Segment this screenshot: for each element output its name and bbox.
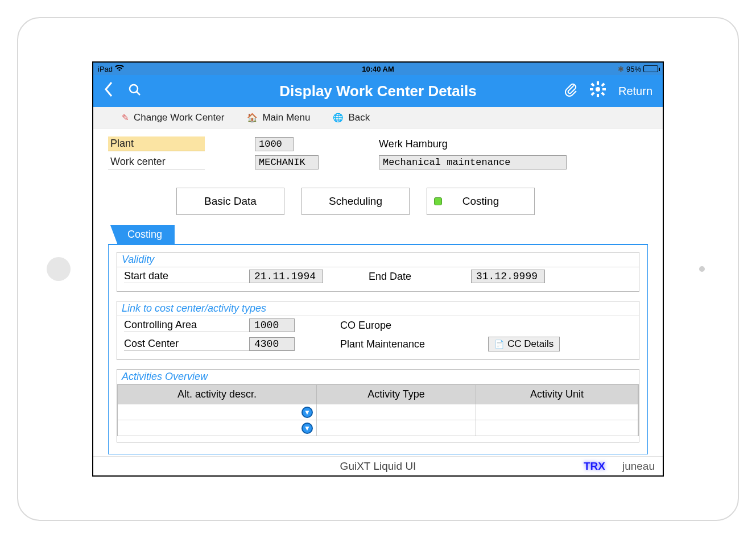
content-area: Plant 1000 Werk Hamburg Work center MECH… bbox=[93, 129, 663, 454]
battery-pct: 95% bbox=[626, 65, 641, 73]
basic-data-label: Basic Data bbox=[204, 195, 257, 208]
col-activity-type: Activity Type bbox=[317, 385, 476, 404]
trx-button[interactable]: TRX bbox=[584, 460, 605, 473]
status-bar: iPad 10:40 AM ✱ 95% bbox=[93, 63, 663, 75]
camera-dot bbox=[699, 266, 705, 272]
activities-header: Alt. activity descr. Activity Type Activ… bbox=[118, 385, 638, 404]
col-activity-unit: Activity Unit bbox=[476, 385, 638, 404]
home-button[interactable] bbox=[47, 257, 71, 281]
costing-button[interactable]: Costing bbox=[427, 188, 535, 215]
product-label: GuiXT Liquid UI bbox=[340, 460, 416, 473]
search-icon[interactable] bbox=[129, 84, 141, 99]
costing-label: Costing bbox=[462, 195, 499, 208]
cost-center-label: Cost Center bbox=[124, 338, 249, 351]
plant-desc: Werk Hamburg bbox=[379, 138, 448, 150]
return-button[interactable]: Return bbox=[618, 85, 652, 98]
tab-strip: Costing bbox=[117, 225, 648, 244]
device-label: iPad bbox=[98, 65, 113, 73]
active-dot-icon bbox=[434, 197, 442, 205]
cc-details-icon: 📄 bbox=[494, 340, 504, 349]
battery-icon bbox=[643, 65, 658, 72]
cost-center-desc: Plant Maintenance bbox=[340, 338, 443, 350]
page-title: Display Work Center Details bbox=[279, 82, 476, 100]
bluetooth-icon: ✱ bbox=[618, 65, 624, 73]
change-wc-label: Change Work Center bbox=[134, 112, 224, 123]
svg-point-2 bbox=[596, 87, 600, 92]
nav-header: Display Work Center Details Return bbox=[93, 75, 663, 107]
change-work-center-button[interactable]: ✎ Change Work Center bbox=[122, 112, 224, 123]
footer: GuiXT Liquid UI TRX juneau bbox=[93, 456, 663, 475]
controlling-area-input[interactable]: 1000 bbox=[249, 318, 295, 332]
globe-back-icon: 🌐 bbox=[333, 113, 344, 123]
server-label: juneau bbox=[622, 460, 655, 473]
activity-row[interactable]: ▼ bbox=[118, 404, 638, 420]
svg-line-1 bbox=[137, 92, 140, 95]
activities-title: Activities Overview bbox=[117, 370, 639, 384]
svg-rect-5 bbox=[590, 88, 593, 90]
screen: iPad 10:40 AM ✱ 95% Display Work Center … bbox=[92, 61, 664, 477]
activities-group: Activities Overview Alt. activity descr.… bbox=[117, 369, 639, 442]
pencil-icon: ✎ bbox=[122, 113, 129, 123]
cost-center-input[interactable]: 4300 bbox=[249, 337, 295, 351]
dropdown-icon[interactable]: ▼ bbox=[301, 407, 313, 418]
back-button[interactable]: 🌐 Back bbox=[333, 112, 370, 123]
activities-table: Alt. activity descr. Activity Type Activ… bbox=[117, 384, 639, 436]
start-date-label: Start date bbox=[124, 270, 249, 283]
svg-rect-7 bbox=[590, 82, 594, 86]
tablet-frame: iPad 10:40 AM ✱ 95% Display Work Center … bbox=[17, 17, 739, 521]
svg-rect-10 bbox=[601, 92, 605, 96]
costing-panel: Validity Start date 21.11.1994 End Date … bbox=[108, 244, 648, 454]
back-label: Back bbox=[348, 112, 370, 123]
svg-rect-8 bbox=[601, 82, 605, 86]
home-icon: 🏠 bbox=[247, 113, 258, 123]
basic-data-button[interactable]: Basic Data bbox=[176, 188, 284, 215]
tab-costing[interactable]: Costing bbox=[117, 225, 175, 244]
back-chevron-icon[interactable] bbox=[104, 81, 113, 101]
work-center-input[interactable]: MECHANIK bbox=[255, 155, 319, 169]
controlling-area-label: Controlling Area bbox=[124, 319, 249, 332]
validity-title: Validity bbox=[117, 253, 639, 267]
cc-details-button[interactable]: 📄 CC Details bbox=[488, 337, 560, 351]
svg-rect-6 bbox=[602, 88, 606, 90]
main-menu-button[interactable]: 🏠 Main Menu bbox=[247, 112, 310, 123]
view-buttons: Basic Data Scheduling Costing bbox=[176, 188, 648, 215]
costlink-title: Link to cost center/activity types bbox=[117, 301, 639, 316]
svg-rect-4 bbox=[597, 94, 599, 97]
svg-point-0 bbox=[130, 85, 138, 93]
end-date-label: End Date bbox=[369, 271, 471, 283]
scheduling-button[interactable]: Scheduling bbox=[301, 188, 410, 215]
status-time: 10:40 AM bbox=[362, 65, 394, 73]
svg-rect-9 bbox=[590, 92, 594, 96]
work-center-desc[interactable]: Mechanical maintenance bbox=[379, 155, 567, 169]
activity-row[interactable]: ▼ bbox=[118, 420, 638, 436]
toolbar: ✎ Change Work Center 🏠 Main Menu 🌐 Back bbox=[93, 107, 663, 129]
gear-icon[interactable] bbox=[590, 81, 606, 101]
col-alt-descr: Alt. activity descr. bbox=[118, 385, 317, 404]
dropdown-icon[interactable]: ▼ bbox=[301, 423, 313, 434]
end-date-input[interactable]: 31.12.9999 bbox=[471, 270, 545, 283]
costlink-group: Link to cost center/activity types Contr… bbox=[117, 301, 639, 360]
scheduling-label: Scheduling bbox=[329, 195, 382, 208]
controlling-area-desc: CO Europe bbox=[340, 320, 488, 332]
plant-label: Plant bbox=[108, 136, 205, 151]
wifi-icon bbox=[115, 65, 124, 73]
attachment-icon[interactable] bbox=[564, 82, 577, 100]
validity-group: Validity Start date 21.11.1994 End Date … bbox=[117, 252, 639, 292]
cc-details-label: CC Details bbox=[507, 338, 553, 350]
svg-rect-3 bbox=[597, 81, 599, 85]
start-date-input[interactable]: 21.11.1994 bbox=[249, 270, 323, 283]
work-center-label: Work center bbox=[108, 155, 205, 169]
main-menu-label: Main Menu bbox=[262, 112, 310, 123]
plant-input[interactable]: 1000 bbox=[255, 137, 294, 151]
